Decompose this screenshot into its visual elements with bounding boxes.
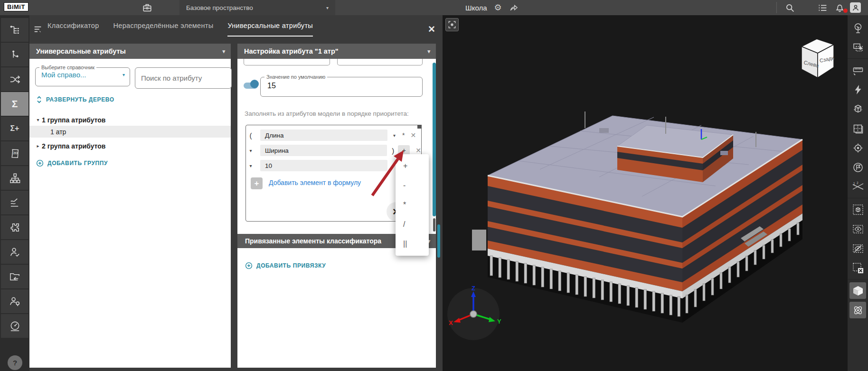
operator-value[interactable]: * <box>402 131 405 139</box>
task-list-icon[interactable] <box>817 2 828 13</box>
grid-axes-icon[interactable]: 12 <box>849 178 866 195</box>
viewport-toolbar: 12 <box>848 15 868 371</box>
caret-right-icon[interactable]: ▸ <box>34 143 42 148</box>
panel-scrollbar-thumb[interactable] <box>433 63 436 216</box>
outer-scrollbar-thumb[interactable] <box>437 224 440 258</box>
operator-divide[interactable]: / <box>396 214 429 234</box>
selection-cube-icon[interactable] <box>849 201 866 218</box>
focus-target-icon[interactable] <box>849 139 866 156</box>
reference-select-legend: Выберите справочник <box>39 65 96 70</box>
attribute-search-input[interactable] <box>135 67 232 89</box>
search-icon[interactable] <box>784 2 795 13</box>
projects-briefcase-icon[interactable] <box>142 2 153 13</box>
chevron-down-icon: ▾ <box>427 48 430 55</box>
priority-label: Заполнять из атрибутов модели в порядке … <box>245 110 409 117</box>
measure-ruler-icon[interactable] <box>849 62 866 78</box>
distribution-shuffle-icon[interactable] <box>1 67 28 91</box>
tab-classifier[interactable]: Классификатор <box>47 22 99 37</box>
chevron-down-icon: ▾ <box>222 48 225 55</box>
annotation-arrow <box>365 140 412 202</box>
svg-text:1: 1 <box>853 182 855 185</box>
default-value-toggle-knob[interactable] <box>250 80 259 88</box>
axis-gizmo[interactable]: Z X Y <box>445 285 502 342</box>
toolbar-divider <box>848 198 868 198</box>
workspace-select[interactable]: Базовое пространство ▾ <box>179 0 335 15</box>
user-locations-icon[interactable] <box>1 289 28 313</box>
user-avatar[interactable] <box>850 2 861 13</box>
topbar-divider <box>776 2 777 13</box>
navigation-cube[interactable]: Слева Сзади <box>798 32 838 81</box>
dashboards-gauge-icon[interactable] <box>1 314 28 338</box>
2d-views-icon[interactable]: 2D <box>1 141 28 165</box>
floor-plans-icon[interactable] <box>849 120 866 137</box>
attribute-settings-header[interactable]: Настройка атрибута "1 атр" ▾ <box>237 44 436 59</box>
environment-tree-icon[interactable] <box>849 19 866 36</box>
tab-universal-attributes[interactable]: Универсальные атрибуты <box>227 22 313 37</box>
tree-group-1[interactable]: ▾ 1 группа атрибутов <box>29 114 231 126</box>
caret-down-icon[interactable]: ▾ <box>393 133 396 138</box>
toolbar-divider <box>848 279 868 279</box>
capture-selection-icon[interactable] <box>849 39 866 56</box>
project-title: Школа <box>465 4 487 12</box>
axis-z-label: Z <box>472 285 475 292</box>
flags-icon[interactable] <box>849 159 866 176</box>
import-folder-icon[interactable] <box>1 265 28 288</box>
operator-concat[interactable]: || <box>396 234 429 253</box>
settings-gear-icon[interactable]: ⚙ <box>494 2 502 13</box>
share-icon[interactable] <box>509 3 519 12</box>
add-formula-element-icon[interactable]: + <box>251 177 263 189</box>
formula-row-1: ( Длина ▾ * ✕ <box>246 130 421 141</box>
structure-orgchart-icon[interactable] <box>1 166 28 190</box>
attributes-add-icon[interactable]: Σ+ <box>1 117 28 140</box>
outer-scrollbar-track <box>436 15 443 371</box>
clear-selection-icon[interactable] <box>849 260 866 276</box>
orbit-icon[interactable] <box>849 302 866 318</box>
panel-scrollbar-track <box>433 218 435 232</box>
project-title-group: Школа ⚙ <box>465 0 519 15</box>
caret-down-icon[interactable]: ▾ <box>246 148 255 153</box>
tab-undistributed-elements[interactable]: Нераспределённые элементы <box>113 22 214 37</box>
flash-render-icon[interactable] <box>849 81 866 98</box>
classifier-tree-icon[interactable] <box>1 18 28 42</box>
tree-group-2[interactable]: ▸ 2 группа атрибутов <box>29 140 231 152</box>
relations-icon[interactable] <box>1 43 28 66</box>
chevron-down-icon: ▾ <box>326 5 329 10</box>
caret-down-icon[interactable]: ▾ <box>246 163 255 168</box>
open-paren: ( <box>246 131 255 139</box>
show-selected-eye-icon[interactable] <box>849 221 866 237</box>
help-button[interactable]: ? <box>8 355 22 370</box>
reference-select[interactable]: Выберите справочник Мой справо... ▾ <box>35 65 130 86</box>
model-cube-icon[interactable] <box>849 282 866 299</box>
svg-text:2D: 2D <box>13 151 18 155</box>
add-formula-element-label[interactable]: Добавить элемент в формулу <box>269 179 361 186</box>
formula-box-corner <box>417 125 422 129</box>
left-tool-rail: Σ Σ+ 2D <box>0 15 29 371</box>
panel-tabs: Классификатор Нераспределённые элементы … <box>47 22 313 37</box>
default-value-legend: Значение по умолчанию <box>264 74 327 80</box>
3d-viewport[interactable]: Слева Сзади Z X Y <box>443 15 848 371</box>
chevron-down-icon: ▾ <box>123 72 125 77</box>
caret-down-icon[interactable]: ▾ <box>34 117 42 122</box>
charts-icon[interactable] <box>1 191 28 214</box>
default-value-field[interactable]: Значение по умолчанию 15 <box>260 74 423 97</box>
left-panel-header[interactable]: Универсальные атрибуты ▾ <box>29 44 231 59</box>
formula-field-length[interactable]: Длина <box>260 130 387 141</box>
panel-menu-icon[interactable] <box>33 25 43 34</box>
axis-x-label: X <box>449 319 453 326</box>
remove-row-icon[interactable]: ✕ <box>410 131 416 139</box>
plugins-puzzle-icon[interactable] <box>1 215 28 239</box>
approvals-person-check-icon[interactable] <box>1 240 28 264</box>
remove-row-icon[interactable]: ✕ <box>415 147 421 154</box>
svg-text:2: 2 <box>857 181 859 185</box>
add-binding-button[interactable]: ДОБАВИТЬ ПРИВЯЗКУ <box>245 262 326 269</box>
add-group-button[interactable]: ДОБАВИТЬ ГРУППУ <box>36 159 108 167</box>
fit-view-button[interactable] <box>445 18 459 31</box>
notification-badge <box>843 9 848 13</box>
hide-selected-eye-slash-icon[interactable] <box>849 240 866 257</box>
expand-tree-button[interactable]: РАЗВЕРНУТЬ ДЕРЕВО <box>36 96 114 103</box>
close-panel-icon[interactable]: ✕ <box>428 24 435 35</box>
tree-attribute-1atr[interactable]: 1 атр <box>29 126 231 138</box>
attributes-sum-icon[interactable]: Σ <box>1 92 28 116</box>
building-model <box>443 15 848 371</box>
section-box-icon[interactable] <box>849 101 866 117</box>
